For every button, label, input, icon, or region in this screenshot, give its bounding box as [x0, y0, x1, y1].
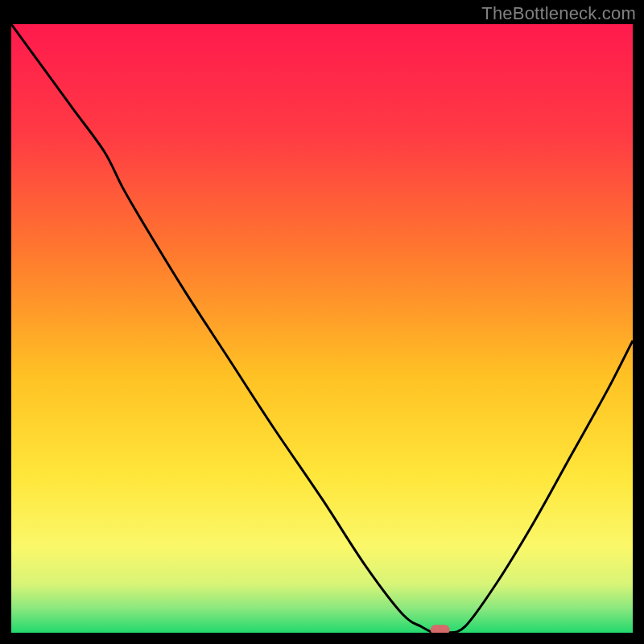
- chart-frame: TheBottleneck.com: [0, 0, 644, 644]
- optimal-marker: [431, 625, 450, 634]
- bottleneck-chart: [0, 0, 644, 644]
- gradient-background: [11, 24, 633, 633]
